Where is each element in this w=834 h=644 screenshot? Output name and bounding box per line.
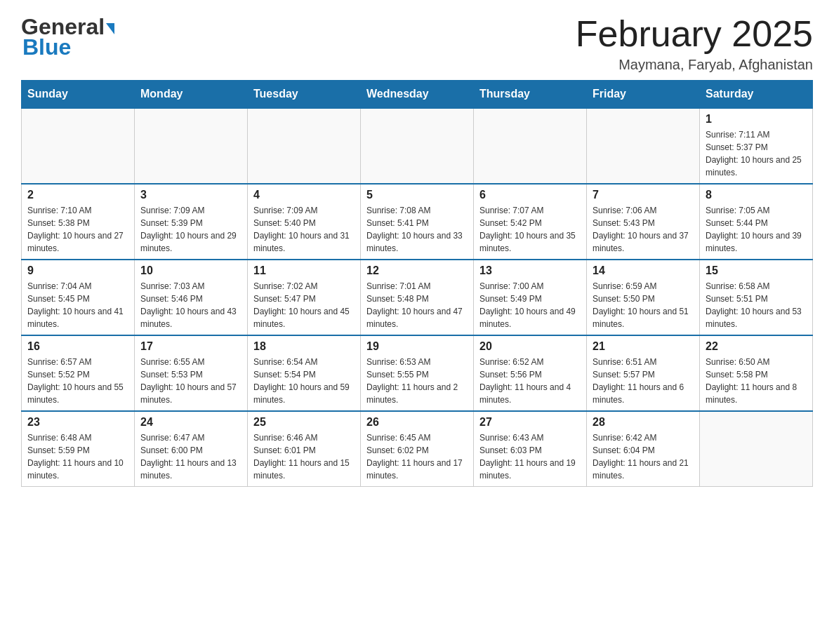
calendar-cell: 2Sunrise: 7:10 AMSunset: 5:38 PMDaylight… (22, 184, 135, 260)
week-row-4: 16Sunrise: 6:57 AMSunset: 5:52 PMDayligh… (22, 335, 813, 411)
day-info: Sunrise: 7:05 AMSunset: 5:44 PMDaylight:… (706, 204, 807, 255)
day-number: 6 (479, 189, 581, 201)
logo: General Blue (21, 14, 114, 60)
day-info: Sunrise: 7:07 AMSunset: 5:42 PMDaylight:… (479, 204, 581, 255)
weekday-header-tuesday: Tuesday (248, 81, 361, 109)
calendar-cell: 22Sunrise: 6:50 AMSunset: 5:58 PMDayligh… (700, 335, 813, 411)
calendar-cell (248, 108, 361, 184)
day-number: 24 (140, 416, 241, 429)
day-info: Sunrise: 6:47 AMSunset: 6:00 PMDaylight:… (140, 431, 241, 482)
calendar-cell: 9Sunrise: 7:04 AMSunset: 5:45 PMDaylight… (22, 260, 135, 335)
day-info: Sunrise: 6:43 AMSunset: 6:03 PMDaylight:… (479, 431, 581, 482)
day-number: 19 (366, 340, 468, 353)
day-number: 27 (479, 416, 581, 429)
day-number: 16 (27, 340, 128, 353)
day-info: Sunrise: 7:02 AMSunset: 5:47 PMDaylight:… (253, 280, 355, 330)
day-number: 22 (706, 340, 807, 353)
day-number: 20 (479, 340, 581, 353)
day-number: 28 (593, 416, 694, 429)
calendar-cell: 19Sunrise: 6:53 AMSunset: 5:55 PMDayligh… (361, 335, 474, 411)
day-number: 26 (366, 416, 468, 429)
calendar-cell: 8Sunrise: 7:05 AMSunset: 5:44 PMDaylight… (700, 184, 813, 260)
calendar-cell: 20Sunrise: 6:52 AMSunset: 5:56 PMDayligh… (474, 335, 587, 411)
day-number: 7 (593, 189, 694, 201)
day-number: 4 (253, 189, 355, 201)
day-info: Sunrise: 6:52 AMSunset: 5:56 PMDaylight:… (479, 356, 581, 406)
day-number: 3 (140, 189, 241, 201)
week-row-1: 1Sunrise: 7:11 AMSunset: 5:37 PMDaylight… (22, 108, 813, 184)
calendar-cell (135, 108, 248, 184)
day-number: 15 (706, 264, 807, 277)
day-info: Sunrise: 7:04 AMSunset: 5:45 PMDaylight:… (27, 280, 128, 330)
calendar-cell: 7Sunrise: 7:06 AMSunset: 5:43 PMDaylight… (587, 184, 700, 260)
day-number: 2 (27, 189, 128, 201)
calendar-cell: 26Sunrise: 6:45 AMSunset: 6:02 PMDayligh… (361, 411, 474, 487)
calendar-header-row: SundayMondayTuesdayWednesdayThursdayFrid… (22, 81, 813, 109)
weekday-header-wednesday: Wednesday (361, 81, 474, 109)
title-block: February 2025 Maymana, Faryab, Afghanist… (576, 14, 813, 73)
calendar-cell: 16Sunrise: 6:57 AMSunset: 5:52 PMDayligh… (22, 335, 135, 411)
page-header: General Blue February 2025 Maymana, Fary… (21, 14, 813, 73)
calendar-cell: 28Sunrise: 6:42 AMSunset: 6:04 PMDayligh… (587, 411, 700, 487)
calendar-cell: 25Sunrise: 6:46 AMSunset: 6:01 PMDayligh… (248, 411, 361, 487)
week-row-3: 9Sunrise: 7:04 AMSunset: 5:45 PMDaylight… (22, 260, 813, 335)
calendar-cell: 17Sunrise: 6:55 AMSunset: 5:53 PMDayligh… (135, 335, 248, 411)
weekday-header-monday: Monday (135, 81, 248, 109)
day-number: 1 (706, 113, 807, 126)
day-number: 10 (140, 264, 241, 277)
day-info: Sunrise: 7:08 AMSunset: 5:41 PMDaylight:… (366, 204, 468, 255)
day-number: 23 (27, 416, 128, 429)
calendar-cell: 14Sunrise: 6:59 AMSunset: 5:50 PMDayligh… (587, 260, 700, 335)
calendar-cell: 21Sunrise: 6:51 AMSunset: 5:57 PMDayligh… (587, 335, 700, 411)
day-info: Sunrise: 6:53 AMSunset: 5:55 PMDaylight:… (366, 356, 468, 406)
day-number: 12 (366, 264, 468, 277)
calendar-cell: 27Sunrise: 6:43 AMSunset: 6:03 PMDayligh… (474, 411, 587, 487)
day-info: Sunrise: 7:11 AMSunset: 5:37 PMDaylight:… (706, 128, 807, 179)
day-info: Sunrise: 7:03 AMSunset: 5:46 PMDaylight:… (140, 280, 241, 330)
calendar-cell: 13Sunrise: 7:00 AMSunset: 5:49 PMDayligh… (474, 260, 587, 335)
logo-triangle-icon (106, 23, 114, 34)
day-number: 18 (253, 340, 355, 353)
day-number: 11 (253, 264, 355, 277)
day-info: Sunrise: 6:42 AMSunset: 6:04 PMDaylight:… (593, 431, 694, 482)
calendar-cell: 3Sunrise: 7:09 AMSunset: 5:39 PMDaylight… (135, 184, 248, 260)
month-title: February 2025 (576, 14, 813, 54)
calendar-cell: 11Sunrise: 7:02 AMSunset: 5:47 PMDayligh… (248, 260, 361, 335)
day-info: Sunrise: 6:55 AMSunset: 5:53 PMDaylight:… (140, 356, 241, 406)
day-number: 8 (706, 189, 807, 201)
day-info: Sunrise: 6:50 AMSunset: 5:58 PMDaylight:… (706, 356, 807, 406)
calendar-cell: 4Sunrise: 7:09 AMSunset: 5:40 PMDaylight… (248, 184, 361, 260)
calendar-cell (700, 411, 813, 487)
week-row-2: 2Sunrise: 7:10 AMSunset: 5:38 PMDaylight… (22, 184, 813, 260)
day-info: Sunrise: 6:59 AMSunset: 5:50 PMDaylight:… (593, 280, 694, 330)
day-number: 25 (253, 416, 355, 429)
weekday-header-thursday: Thursday (474, 81, 587, 109)
calendar-cell: 15Sunrise: 6:58 AMSunset: 5:51 PMDayligh… (700, 260, 813, 335)
weekday-header-saturday: Saturday (700, 81, 813, 109)
location-title: Maymana, Faryab, Afghanistan (576, 57, 813, 73)
calendar-cell (361, 108, 474, 184)
calendar-cell: 5Sunrise: 7:08 AMSunset: 5:41 PMDaylight… (361, 184, 474, 260)
day-number: 17 (140, 340, 241, 353)
day-info: Sunrise: 7:00 AMSunset: 5:49 PMDaylight:… (479, 280, 581, 330)
day-info: Sunrise: 7:09 AMSunset: 5:39 PMDaylight:… (140, 204, 241, 255)
day-number: 21 (593, 340, 694, 353)
day-number: 13 (479, 264, 581, 277)
day-number: 14 (593, 264, 694, 277)
day-info: Sunrise: 6:57 AMSunset: 5:52 PMDaylight:… (27, 356, 128, 406)
calendar-cell (474, 108, 587, 184)
day-info: Sunrise: 6:48 AMSunset: 5:59 PMDaylight:… (27, 431, 128, 482)
week-row-5: 23Sunrise: 6:48 AMSunset: 5:59 PMDayligh… (22, 411, 813, 487)
day-info: Sunrise: 6:51 AMSunset: 5:57 PMDaylight:… (593, 356, 694, 406)
calendar-cell: 24Sunrise: 6:47 AMSunset: 6:00 PMDayligh… (135, 411, 248, 487)
day-info: Sunrise: 6:46 AMSunset: 6:01 PMDaylight:… (253, 431, 355, 482)
weekday-header-friday: Friday (587, 81, 700, 109)
day-info: Sunrise: 7:01 AMSunset: 5:48 PMDaylight:… (366, 280, 468, 330)
day-info: Sunrise: 7:10 AMSunset: 5:38 PMDaylight:… (27, 204, 128, 255)
day-number: 5 (366, 189, 468, 201)
calendar-cell: 1Sunrise: 7:11 AMSunset: 5:37 PMDaylight… (700, 108, 813, 184)
calendar-cell (587, 108, 700, 184)
day-info: Sunrise: 6:45 AMSunset: 6:02 PMDaylight:… (366, 431, 468, 482)
day-number: 9 (27, 264, 128, 277)
calendar-table: SundayMondayTuesdayWednesdayThursdayFrid… (21, 80, 813, 487)
